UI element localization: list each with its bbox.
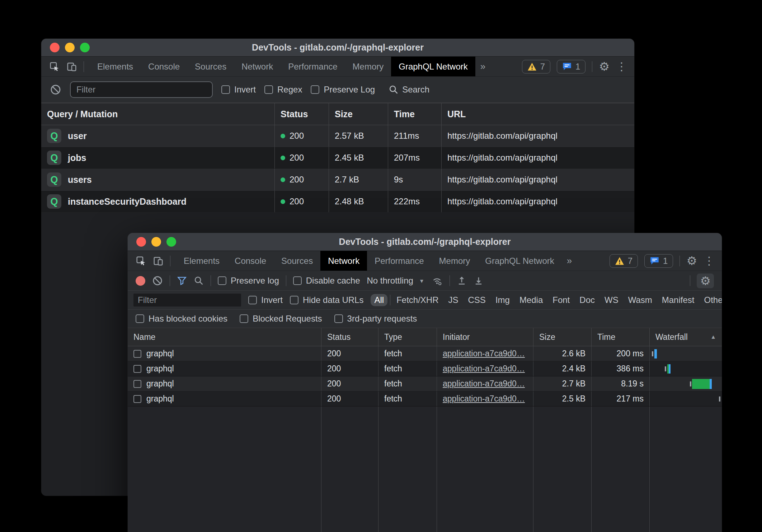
inspect-element-icon[interactable] <box>136 256 146 266</box>
tab-network[interactable]: Network <box>234 57 281 76</box>
clear-icon[interactable] <box>50 84 61 95</box>
clear-icon[interactable] <box>152 275 163 286</box>
has-blocked-cookies-checkbox-group[interactable]: Has blocked cookies <box>136 314 227 324</box>
column-url[interactable]: URL <box>441 103 634 125</box>
type-filter-doc[interactable]: Doc <box>576 294 598 306</box>
type-filter-all[interactable]: All <box>371 294 387 306</box>
initiator-link[interactable]: application-a7ca9d0… <box>443 394 525 404</box>
type-filter-ws[interactable]: WS <box>601 294 622 306</box>
more-tabs-icon[interactable]: » <box>475 57 490 76</box>
search-icon[interactable] <box>194 276 204 286</box>
kebab-menu-icon[interactable]: ⋮ <box>704 255 715 266</box>
zoom-window-button[interactable] <box>166 237 176 247</box>
tab-network[interactable]: Network <box>320 251 367 271</box>
column-time[interactable]: Time <box>591 328 649 346</box>
minimize-window-button[interactable] <box>65 43 75 52</box>
tab-console[interactable]: Console <box>141 57 187 76</box>
third-party-requests-checkbox[interactable] <box>334 314 343 323</box>
tab-performance[interactable]: Performance <box>367 251 431 271</box>
column-initiator[interactable]: Initiator <box>437 328 533 346</box>
issues-badge[interactable]: 1 <box>644 254 673 268</box>
settings-gear-icon[interactable]: ⚙ <box>599 61 610 72</box>
tab-performance[interactable]: Performance <box>281 57 345 76</box>
column-type[interactable]: Type <box>378 328 437 346</box>
search-control[interactable]: Search <box>389 85 429 95</box>
close-window-button[interactable] <box>136 237 146 247</box>
table-row[interactable]: QinstanceSecurityDashboard 200 2.48 kB 2… <box>41 191 634 213</box>
table-row[interactable]: Quser 200 2.57 kB 211ms https://gitlab.c… <box>41 125 634 147</box>
title-bar[interactable]: DevTools - gitlab.com/-/graphql-explorer <box>128 233 722 251</box>
kebab-menu-icon[interactable]: ⋮ <box>616 61 627 72</box>
row-checkbox[interactable] <box>133 350 141 358</box>
throttling-dropdown[interactable]: No throttling ▼ <box>367 276 424 286</box>
tab-memory[interactable]: Memory <box>345 57 391 76</box>
invert-checkbox-group[interactable]: Invert <box>221 85 256 95</box>
table-row[interactable]: graphql 200 fetch application-a7ca9d0… 2… <box>128 391 722 407</box>
import-har-icon[interactable] <box>457 276 467 286</box>
more-tabs-icon[interactable]: » <box>562 251 577 271</box>
network-conditions-icon[interactable] <box>431 275 443 286</box>
type-filter-css[interactable]: CSS <box>465 294 489 306</box>
hide-data-urls-checkbox-group[interactable]: Hide data URLs <box>290 295 363 305</box>
tab-console[interactable]: Console <box>227 251 274 271</box>
table-row[interactable]: graphql 200 fetch application-a7ca9d0… 2… <box>128 376 722 391</box>
invert-checkbox[interactable] <box>221 85 230 94</box>
filter-input[interactable] <box>133 294 241 307</box>
table-row[interactable]: graphql 200 fetch application-a7ca9d0… 2… <box>128 346 722 361</box>
filter-input[interactable] <box>70 81 213 98</box>
tab-memory[interactable]: Memory <box>432 251 478 271</box>
table-row[interactable]: graphql 200 fetch application-a7ca9d0… 2… <box>128 361 722 376</box>
disable-cache-checkbox[interactable] <box>293 276 302 285</box>
column-time[interactable]: Time <box>388 103 441 125</box>
initiator-link[interactable]: application-a7ca9d0… <box>443 379 525 389</box>
column-status[interactable]: Status <box>321 328 378 346</box>
warnings-badge[interactable]: 7 <box>522 60 550 73</box>
column-size[interactable]: Size <box>329 103 388 125</box>
preserve-log-checkbox[interactable] <box>218 276 226 285</box>
title-bar[interactable]: DevTools - gitlab.com/-/graphql-explorer <box>41 39 634 57</box>
regex-checkbox[interactable] <box>264 85 273 94</box>
type-filter-manifest[interactable]: Manifest <box>658 294 698 306</box>
tab-sources[interactable]: Sources <box>274 251 320 271</box>
type-filter-wasm[interactable]: Wasm <box>625 294 656 306</box>
inspect-element-icon[interactable] <box>49 61 60 72</box>
blocked-requests-checkbox[interactable] <box>240 314 248 323</box>
zoom-window-button[interactable] <box>80 43 90 52</box>
initiator-link[interactable]: application-a7ca9d0… <box>443 364 525 374</box>
table-row[interactable]: Qjobs 200 2.45 kB 207ms https://gitlab.c… <box>41 147 634 169</box>
table-row[interactable]: Qusers 200 2.7 kB 9s https://gitlab.com/… <box>41 169 634 191</box>
device-toolbar-icon[interactable] <box>66 61 77 72</box>
device-toolbar-icon[interactable] <box>153 256 164 266</box>
warnings-badge[interactable]: 7 <box>610 254 638 268</box>
type-filter-media[interactable]: Media <box>516 294 546 306</box>
type-filter-font[interactable]: Font <box>549 294 573 306</box>
tab-sources[interactable]: Sources <box>187 57 234 76</box>
hide-data-urls-checkbox[interactable] <box>290 296 298 304</box>
column-query-mutation[interactable]: Query / Mutation <box>41 103 274 125</box>
tab-elements[interactable]: Elements <box>176 251 227 271</box>
initiator-link[interactable]: application-a7ca9d0… <box>443 349 525 358</box>
preserve-log-checkbox[interactable] <box>311 85 319 94</box>
type-filter-img[interactable]: Img <box>492 294 513 306</box>
minimize-window-button[interactable] <box>151 237 161 247</box>
tab-elements[interactable]: Elements <box>90 57 141 76</box>
settings-gear-icon[interactable]: ⚙ <box>686 255 697 267</box>
preserve-log-checkbox-group[interactable]: Preserve log <box>218 276 279 286</box>
tab-graphql-network[interactable]: GraphQL Network <box>391 57 475 76</box>
invert-checkbox[interactable] <box>248 296 257 304</box>
regex-checkbox-group[interactable]: Regex <box>264 85 302 95</box>
row-checkbox[interactable] <box>133 380 141 388</box>
column-status[interactable]: Status <box>274 103 329 125</box>
issues-badge[interactable]: 1 <box>557 60 585 73</box>
disable-cache-checkbox-group[interactable]: Disable cache <box>293 276 360 286</box>
third-party-requests-checkbox-group[interactable]: 3rd-party requests <box>334 314 417 324</box>
record-network-log-button[interactable] <box>136 276 145 286</box>
column-size[interactable]: Size <box>533 328 591 346</box>
filter-funnel-icon[interactable] <box>177 276 187 286</box>
tab-graphql-network[interactable]: GraphQL Network <box>478 251 562 271</box>
column-name[interactable]: Name <box>128 328 321 346</box>
row-checkbox[interactable] <box>133 395 141 403</box>
invert-checkbox-group[interactable]: Invert <box>248 295 283 305</box>
close-window-button[interactable] <box>50 43 60 52</box>
column-waterfall[interactable]: Waterfall ▲ <box>649 328 722 346</box>
